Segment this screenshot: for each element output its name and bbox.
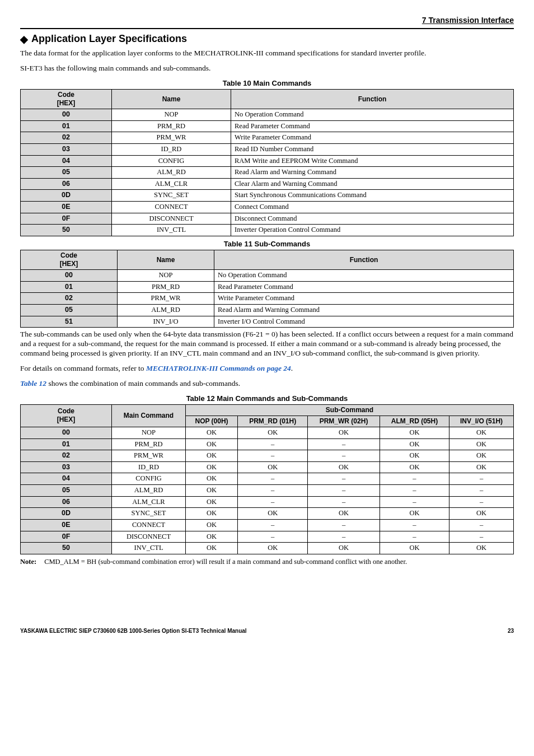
cell-value: OK [449, 461, 514, 473]
cell-code: 00 [21, 427, 112, 438]
cell-code: 06 [21, 178, 112, 190]
cell-name: PRM_WR [118, 293, 214, 305]
cell-value: – [238, 473, 308, 485]
table-row: 00NOPOKOKOKOKOK [21, 427, 514, 438]
cell-name: INV_CTL [112, 225, 231, 236]
cell-name: CONNECT [112, 202, 231, 213]
cell-value: OK [380, 438, 449, 450]
table-sub-commands: Code [HEX] Name Function 00NOPNo Operati… [20, 250, 514, 328]
cell-value: OK [449, 508, 514, 520]
col-sub-group: Sub-Command [186, 404, 514, 416]
cell-code: 02 [21, 293, 118, 305]
table-main-commands: Code [HEX] Name Function 00NOPNo Operati… [20, 89, 514, 236]
cell-function: Read Parameter Command [214, 281, 514, 293]
cell-code: 03 [21, 143, 112, 155]
intro-paragraph-2: SI-ET3 has the following main commands a… [20, 64, 514, 73]
cell-value: – [380, 531, 449, 543]
cell-code: 0D [21, 190, 112, 202]
cell-code: 50 [21, 543, 112, 554]
col-function: Function [214, 250, 514, 270]
col-name: Name [112, 90, 231, 109]
cell-value: OK [238, 427, 308, 438]
link-post: . [291, 364, 293, 372]
col-name: Name [118, 250, 214, 270]
table-row: 03ID_RDRead ID Number Command [21, 143, 514, 155]
note: Note: CMD_ALM = BH (sub-command combinat… [20, 558, 514, 567]
cell-value: OK [380, 450, 449, 462]
cell-value: OK [380, 543, 449, 554]
table-row: 51INV_I/OInverter I/O Control Command [21, 316, 514, 328]
cell-value: OK [449, 427, 514, 438]
heading: ◆Application Layer Specifications [20, 32, 514, 46]
cell-code: 01 [21, 281, 118, 293]
footer-page-number: 23 [508, 628, 514, 635]
paragraph-after-t11: The sub-commands can be used only when t… [20, 330, 514, 358]
table-row: 01PRM_RDRead Parameter Command [21, 120, 514, 132]
cell-value: – [308, 531, 380, 543]
table-row: 02PRM_WRWrite Parameter Command [21, 293, 514, 305]
cell-value: OK [186, 508, 238, 520]
cell-main: ID_RD [112, 461, 186, 473]
cell-value: – [449, 473, 514, 485]
cell-value: – [238, 450, 308, 462]
cell-value: OK [186, 496, 238, 508]
cell-code: 0F [21, 531, 112, 543]
table-row: 00NOPNo Operation Command [21, 270, 514, 282]
cell-code: 0F [21, 213, 112, 225]
note-label: Note: [20, 558, 43, 567]
cell-name: PRM_RD [118, 281, 214, 293]
table12-ref-link[interactable]: Table 12 [20, 379, 46, 388]
cell-code: 06 [21, 496, 112, 508]
cell-value: OK [186, 461, 238, 473]
table-row: 05ALM_RDOK–––– [21, 485, 514, 497]
cell-name: DISCONNECT [112, 213, 231, 225]
cell-code: 04 [21, 473, 112, 485]
cell-value: OK [186, 438, 238, 450]
cell-value: OK [308, 461, 380, 473]
col-code: Code [HEX] [21, 250, 118, 270]
table-row: 00NOPNo Operation Command [21, 109, 514, 121]
cell-value: – [238, 485, 308, 497]
cell-function: Inverter Operation Control Command [231, 225, 514, 236]
table-row: 02PRM_WRWrite Parameter Command [21, 132, 514, 144]
cell-value: – [380, 485, 449, 497]
col-code: Code [HEX] [21, 90, 112, 109]
cell-name: INV_I/O [118, 316, 214, 328]
table-row: 0DSYNC_SETStart Synchronous Communicatio… [21, 190, 514, 202]
cell-value: OK [308, 508, 380, 520]
table-row: 04CONFIGRAM Write and EEPROM Write Comma… [21, 155, 514, 167]
table-row: 0FDISCONNECTOK–––– [21, 531, 514, 543]
cell-code: 0D [21, 508, 112, 520]
cell-value: – [308, 496, 380, 508]
cell-value: OK [308, 427, 380, 438]
table11-caption: Table 11 Sub-Commands [20, 240, 514, 249]
cell-value: – [449, 519, 514, 531]
cell-code: 0E [21, 519, 112, 531]
cell-code: 01 [21, 438, 112, 450]
heading-text: Application Layer Specifications [31, 33, 187, 44]
col-almrd: ALM_RD (05H) [380, 416, 449, 427]
cell-name: SYNC_SET [112, 190, 231, 202]
table-row: 01PRM_RDOK––OKOK [21, 438, 514, 450]
cell-function: RAM Write and EEPROM Write Command [231, 155, 514, 167]
cell-function: Read Alarm and Warning Command [214, 305, 514, 316]
t12-rest: shows the combination of main commands a… [46, 379, 240, 388]
cell-function: Read Alarm and Warning Command [231, 167, 514, 179]
cell-value: OK [449, 438, 514, 450]
cell-code: 00 [21, 109, 112, 121]
table-row: 0FDISCONNECTDisconnect Command [21, 213, 514, 225]
cell-main: ALM_CLR [112, 496, 186, 508]
cell-main: SYNC_SET [112, 508, 186, 520]
cell-name: PRM_RD [112, 120, 231, 132]
cell-code: 05 [21, 167, 112, 179]
table-row: 02PRM_WROK––OKOK [21, 450, 514, 462]
cell-name: ALM_RD [118, 305, 214, 316]
table-row: 06ALM_CLRClear Alarm and Warning Command [21, 178, 514, 190]
cell-main: PRM_RD [112, 438, 186, 450]
cell-value: – [449, 485, 514, 497]
mechatrolink-commands-link[interactable]: MECHATROLINK-III Commands on page 24 [146, 364, 291, 372]
cell-value: – [238, 496, 308, 508]
cell-value: – [238, 531, 308, 543]
cell-value: OK [238, 543, 308, 554]
cell-value: OK [380, 508, 449, 520]
